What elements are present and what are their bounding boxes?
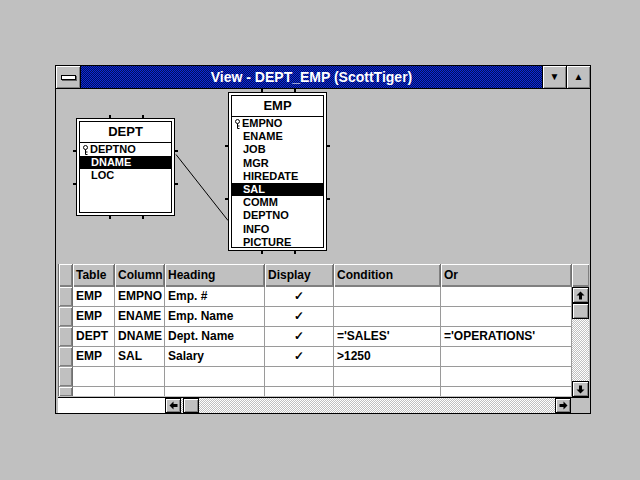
up-arrow-icon bbox=[576, 291, 585, 300]
cell-condition[interactable] bbox=[334, 287, 441, 307]
cell-table[interactable] bbox=[73, 367, 115, 387]
selection-handle bbox=[174, 183, 178, 185]
cell-table[interactable] bbox=[73, 387, 115, 396]
row-selector[interactable] bbox=[59, 367, 73, 387]
row-selector[interactable] bbox=[59, 307, 73, 327]
field-comm[interactable]: COMM bbox=[232, 196, 323, 209]
scrollbar-header-stub bbox=[571, 264, 589, 287]
column-header-column: Column bbox=[115, 264, 165, 287]
cell-table[interactable]: EMP bbox=[73, 287, 115, 307]
grid-row: EMP EMPNO Emp. # ✓ bbox=[59, 287, 572, 307]
selection-handle bbox=[326, 198, 330, 200]
selection-handle bbox=[261, 250, 263, 254]
cell-or[interactable] bbox=[441, 347, 572, 367]
horizontal-scrollbar[interactable] bbox=[58, 397, 589, 413]
field-deptno[interactable]: DEPTNO bbox=[80, 143, 171, 156]
cell-column[interactable]: DNAME bbox=[115, 327, 165, 347]
cell-table[interactable]: DEPT bbox=[73, 327, 115, 347]
cell-heading[interactable]: Dept. Name bbox=[165, 327, 265, 347]
field-label: PICTURE bbox=[243, 236, 291, 248]
horizontal-scrollbar-thumb[interactable] bbox=[183, 398, 199, 413]
cell-table[interactable]: EMP bbox=[73, 307, 115, 327]
field-job[interactable]: JOB bbox=[232, 143, 323, 156]
cell-column[interactable]: ENAME bbox=[115, 307, 165, 327]
view-window: View - DEPT_EMP (ScottTiger) ▼ ▲ bbox=[55, 65, 591, 414]
selection-handle bbox=[109, 115, 111, 119]
minimize-button[interactable]: ▼ bbox=[542, 66, 566, 88]
row-selector[interactable] bbox=[59, 287, 73, 307]
cell-heading[interactable]: Emp. Name bbox=[165, 307, 265, 327]
minimize-icon bbox=[61, 75, 76, 80]
field-picture[interactable]: PICTURE bbox=[232, 236, 323, 248]
selection-handle bbox=[142, 115, 144, 119]
selection-handle bbox=[326, 145, 330, 147]
vertical-scrollbar-thumb[interactable] bbox=[572, 303, 589, 319]
selection-handle bbox=[109, 215, 111, 219]
cell-heading[interactable] bbox=[165, 367, 265, 387]
grid-corner-cell bbox=[59, 264, 73, 287]
row-selector[interactable] bbox=[59, 327, 73, 347]
table-box-dept[interactable]: DEPT DEPTNO DNAME LOC bbox=[76, 118, 175, 216]
cell-heading[interactable]: Emp. # bbox=[165, 287, 265, 307]
cell-column[interactable]: EMPNO bbox=[115, 287, 165, 307]
desktop: View - DEPT_EMP (ScottTiger) ▼ ▲ bbox=[0, 0, 640, 480]
cell-display-checkmark[interactable]: ✓ bbox=[265, 347, 334, 367]
cell-condition[interactable] bbox=[334, 387, 441, 396]
cell-condition[interactable]: >1250 bbox=[334, 347, 441, 367]
table-title-dept: DEPT bbox=[80, 122, 171, 143]
maximize-button[interactable]: ▲ bbox=[566, 66, 590, 88]
control-menu-button[interactable] bbox=[56, 66, 81, 88]
column-header-condition: Condition bbox=[334, 264, 441, 287]
field-ename[interactable]: ENAME bbox=[232, 130, 323, 143]
right-arrow-icon bbox=[559, 401, 568, 410]
cell-or[interactable] bbox=[441, 307, 572, 327]
horizontal-scrollbar-track[interactable] bbox=[181, 398, 555, 413]
field-deptno2[interactable]: DEPTNO bbox=[232, 209, 323, 222]
cell-display-checkmark[interactable]: ✓ bbox=[265, 307, 334, 327]
column-header-heading: Heading bbox=[165, 264, 265, 287]
cell-condition[interactable] bbox=[334, 367, 441, 387]
cell-heading[interactable]: Salary bbox=[165, 347, 265, 367]
field-loc[interactable]: LOC bbox=[80, 169, 171, 182]
cell-or[interactable] bbox=[441, 287, 572, 307]
cell-column[interactable]: SAL bbox=[115, 347, 165, 367]
row-selector[interactable] bbox=[59, 347, 73, 367]
cell-display-checkmark[interactable] bbox=[265, 387, 334, 396]
selection-handle bbox=[73, 183, 77, 185]
column-header-or: Or bbox=[441, 264, 572, 287]
cell-condition[interactable] bbox=[334, 307, 441, 327]
cell-column[interactable] bbox=[115, 367, 165, 387]
field-label: DEPTNO bbox=[243, 209, 289, 222]
scroll-left-button[interactable] bbox=[165, 398, 181, 413]
grid-row: DEPT DNAME Dept. Name ✓ ='SALES' ='OPERA… bbox=[59, 327, 572, 347]
selection-handle bbox=[261, 89, 263, 93]
grid-row: EMP ENAME Emp. Name ✓ bbox=[59, 307, 572, 327]
scroll-right-button[interactable] bbox=[555, 398, 571, 413]
selection-handle bbox=[73, 150, 77, 152]
field-dname[interactable]: DNAME bbox=[80, 156, 171, 169]
grid-row-empty bbox=[59, 367, 572, 387]
cell-column[interactable] bbox=[115, 387, 165, 396]
field-mgr[interactable]: MGR bbox=[232, 157, 323, 170]
field-info[interactable]: INFO bbox=[232, 223, 323, 236]
cell-display-checkmark[interactable] bbox=[265, 367, 334, 387]
field-empno[interactable]: EMPNO bbox=[232, 117, 323, 130]
field-label: MGR bbox=[243, 157, 269, 170]
cell-condition[interactable]: ='SALES' bbox=[334, 327, 441, 347]
cell-or[interactable]: ='OPERATIONS' bbox=[441, 327, 572, 347]
title-bar[interactable]: View - DEPT_EMP (ScottTiger) ▼ ▲ bbox=[56, 66, 590, 89]
row-selector[interactable] bbox=[59, 387, 73, 396]
vertical-scrollbar[interactable] bbox=[571, 264, 589, 397]
cell-table[interactable]: EMP bbox=[73, 347, 115, 367]
scroll-up-button[interactable] bbox=[572, 287, 589, 303]
cell-heading[interactable] bbox=[165, 387, 265, 396]
cell-or[interactable] bbox=[441, 387, 572, 396]
table-box-emp[interactable]: EMP EMPNO ENAME JOB MGR HIREDATE SAL COM… bbox=[228, 92, 327, 251]
cell-display-checkmark[interactable]: ✓ bbox=[265, 327, 334, 347]
field-sal[interactable]: SAL bbox=[232, 183, 323, 196]
cell-display-checkmark[interactable]: ✓ bbox=[265, 287, 334, 307]
scroll-down-button[interactable] bbox=[572, 381, 589, 397]
diagram-canvas: DEPT DEPTNO DNAME LOC bbox=[56, 89, 590, 265]
field-hiredate[interactable]: HIREDATE bbox=[232, 170, 323, 183]
cell-or[interactable] bbox=[441, 367, 572, 387]
